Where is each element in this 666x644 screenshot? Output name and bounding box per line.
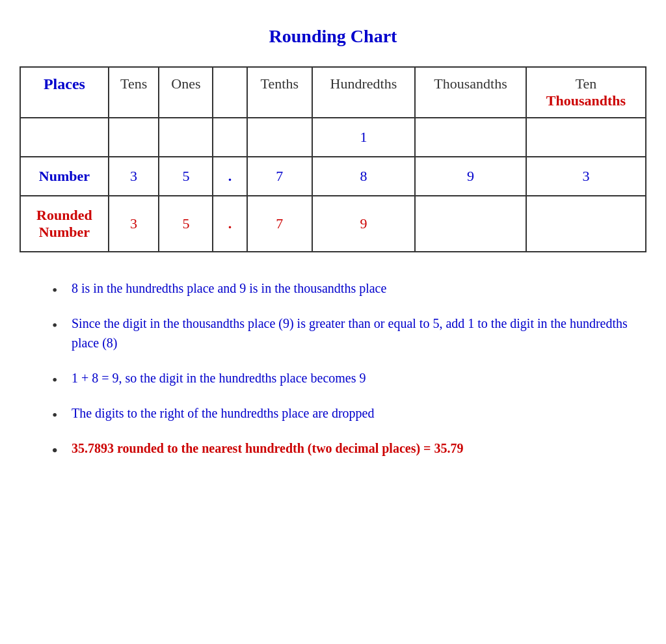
header-places: Places (20, 67, 109, 118)
carry-ones (159, 118, 213, 157)
number-decimal: . (213, 157, 246, 196)
rounded-decimal: . (213, 196, 246, 252)
number-thousandths: 9 (415, 157, 526, 196)
header-hundredths: Hundredths (312, 67, 415, 118)
rounded-label: Rounded Number (20, 196, 109, 252)
header-thousandths: Thousandths (415, 67, 526, 118)
bullet-4: The digits to the right of the hundredth… (52, 403, 633, 423)
number-hundredths: 8 (312, 157, 415, 196)
number-tenths: 7 (247, 157, 312, 196)
carry-decimal (213, 118, 246, 157)
rounded-tenths: 7 (247, 196, 312, 252)
table-rounded-row: Rounded Number 3 5 . 7 9 (20, 196, 646, 252)
table-number-row: Number 3 5 . 7 8 9 3 (20, 157, 646, 196)
number-label: Number (20, 157, 109, 196)
bullet-3: 1 + 8 = 9, so the digit in the hundredth… (52, 368, 633, 388)
rounded-label-line2: Number (39, 224, 90, 240)
table-carry-row: 1 (20, 118, 646, 157)
carry-hundredths: 1 (312, 118, 415, 157)
bullet-5: 35.7893 rounded to the nearest hundredth… (52, 438, 633, 458)
rounded-hundredths: 9 (312, 196, 415, 252)
rounded-thousandths (415, 196, 526, 252)
header-ten-thousandths: Ten Thousandths (526, 67, 646, 118)
bullet-1: 8 is in the hundredths place and 9 is in… (52, 278, 633, 298)
rounded-tens: 3 (109, 196, 159, 252)
carry-tens (109, 118, 159, 157)
number-ones: 5 (159, 157, 213, 196)
header-ones: Ones (159, 67, 213, 118)
bullet-2: Since the digit in the thousandths place… (52, 314, 633, 353)
carry-thousandths (415, 118, 526, 157)
carry-label (20, 118, 109, 157)
rounded-label-line1: Rounded (36, 207, 92, 223)
header-tenths: Tenths (247, 67, 312, 118)
carry-tenths (247, 118, 312, 157)
ten-thousandths-line2: Thousandths (546, 92, 626, 109)
rounding-chart-table: Places Tens Ones Tenths Hundredths Thous… (20, 66, 646, 252)
rounded-ten-thousandths (526, 196, 646, 252)
header-tens: Tens (109, 67, 159, 118)
number-ten-thousandths: 3 (526, 157, 646, 196)
rounded-ones: 5 (159, 196, 213, 252)
carry-ten-thousandths (526, 118, 646, 157)
table-header-row: Places Tens Ones Tenths Hundredths Thous… (20, 67, 646, 118)
ten-thousandths-line1: Ten (576, 75, 597, 92)
explanation-list: 8 is in the hundredths place and 9 is in… (39, 278, 646, 458)
number-tens: 3 (109, 157, 159, 196)
header-decimal (213, 67, 246, 118)
page-title: Rounding Chart (20, 26, 646, 47)
